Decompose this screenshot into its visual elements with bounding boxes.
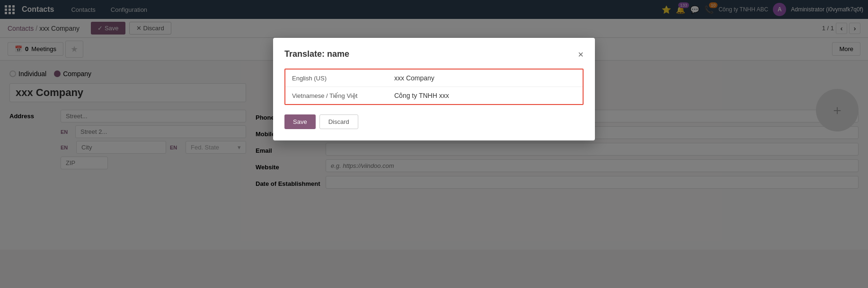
modal-save-button[interactable]: Save <box>284 114 316 129</box>
lang-vietnamese: Vietnamese / Tiếng Việt <box>292 92 387 99</box>
modal-close-button[interactable]: × <box>578 50 584 59</box>
translation-table: English (US) xxx Company Vietnamese / Ti… <box>284 69 584 105</box>
modal-footer: Save Discard <box>284 114 584 129</box>
translation-row-1: Vietnamese / Tiếng Việt Công ty TNHH xxx <box>285 87 583 104</box>
lang-english: English (US) <box>292 75 387 82</box>
modal-overlay: Translate: name × English (US) xxx Compa… <box>0 0 868 250</box>
value-vietnamese: Công ty TNHH xxx <box>394 92 576 99</box>
modal-title: Translate: name <box>284 49 349 59</box>
modal-header: Translate: name × <box>284 49 584 59</box>
translate-modal: Translate: name × English (US) xxx Compa… <box>273 38 595 140</box>
modal-discard-button[interactable]: Discard <box>319 114 358 129</box>
value-english: xxx Company <box>394 74 576 82</box>
translation-row-0: English (US) xxx Company <box>285 70 583 87</box>
